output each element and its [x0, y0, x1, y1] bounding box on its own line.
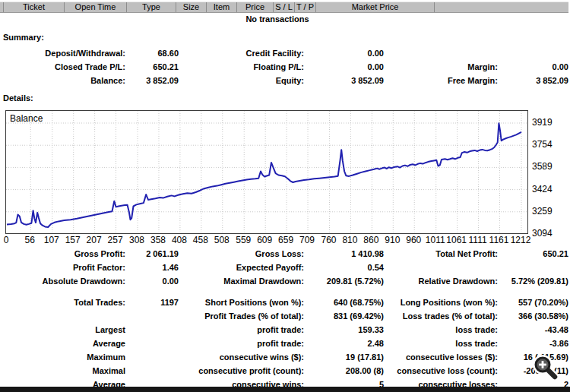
- x-axis-label: 358: [150, 235, 166, 245]
- y-axis-label: 3919: [532, 117, 553, 128]
- details-value: [498, 261, 568, 274]
- x-axis-label: 1161: [489, 235, 509, 245]
- details-grid: Gross Profit:2 061.19Gross Loss:1 410.98…: [0, 247, 568, 391]
- x-axis-label: 1212: [511, 235, 531, 245]
- details-label: Average: [0, 337, 125, 350]
- summary-label: Margin:: [384, 60, 498, 74]
- details-value: 209.81 (5.72%): [304, 274, 384, 288]
- column-header-item[interactable]: Item: [207, 2, 237, 12]
- details-label: [384, 261, 498, 274]
- summary-value: [498, 46, 568, 60]
- x-axis-label: 1011: [426, 235, 445, 245]
- x-axis-label: 709: [299, 235, 315, 245]
- y-axis-label: 3424: [532, 184, 553, 194]
- column-header-filler: [435, 2, 568, 12]
- details-label: profit trade:: [179, 323, 304, 337]
- details-value: 650.21: [498, 247, 568, 261]
- details-label: Short Positions (won %):: [179, 296, 304, 309]
- details-value: 1197: [125, 296, 179, 309]
- details-value: 0.00: [125, 274, 179, 288]
- summary-value: 0.00: [304, 60, 384, 74]
- x-axis-label: 810: [342, 235, 357, 245]
- column-header-market-price[interactable]: Market Price: [316, 2, 435, 12]
- y-axis-label: 3754: [532, 139, 553, 150]
- history-table-header: TicketOpen TimeTypeSizeItemPriceS / LT /…: [0, 2, 568, 13]
- x-axis-label: 207: [87, 235, 102, 245]
- column-header-type[interactable]: Type: [127, 2, 176, 12]
- x-axis-label: 308: [129, 235, 144, 245]
- details-row: Averageprofit trade:2.48loss trade:-3.86: [0, 337, 568, 350]
- x-axis-label: 408: [172, 235, 187, 245]
- details-label: Long Positions (won %):: [384, 296, 498, 309]
- details-value: 557 (70.20%): [498, 296, 568, 309]
- y-axis-label: 3094: [532, 228, 553, 239]
- details-label: consecutive loss (count):: [384, 364, 498, 378]
- x-axis-label: 1061: [446, 235, 467, 245]
- details-label: Gross Loss:: [179, 247, 304, 261]
- details-value: 366 (30.58%): [498, 309, 568, 323]
- details-heading: Details:: [3, 93, 33, 103]
- details-value: -43.48: [498, 323, 568, 337]
- details-row: Profit Trades (% of total):831 (69.42%)L…: [0, 309, 568, 323]
- details-label: Loss trades (% of total):: [384, 309, 498, 323]
- x-axis-label: 508: [214, 235, 230, 245]
- details-value: 2 061.19: [125, 247, 179, 261]
- details-label: loss trade:: [384, 337, 498, 350]
- bottom-bar: [0, 387, 570, 392]
- details-value: 208.00 (8): [304, 364, 384, 378]
- details-row: Largestprofit trade:159.33loss trade:-43…: [0, 323, 568, 337]
- details-label: consecutive wins ($):: [179, 350, 304, 364]
- x-axis-label: 559: [236, 235, 251, 245]
- x-axis-label: 257: [108, 235, 123, 245]
- summary-row: Deposit/Withdrawal:68.60Credit Facility:…: [0, 46, 568, 60]
- details-row: Total Trades:1197Short Positions (won %)…: [0, 296, 568, 309]
- summary-label: Floating P/L:: [179, 60, 304, 74]
- x-axis-label: 458: [193, 235, 208, 245]
- details-label: Largest: [0, 323, 125, 337]
- details-value: [125, 350, 179, 364]
- x-axis-label: 0: [4, 235, 9, 245]
- column-header-t-p[interactable]: T / P: [295, 2, 316, 12]
- details-label: consecutive profit (count):: [179, 364, 304, 378]
- details-label: Maximal: [0, 364, 125, 378]
- x-axis-label: 1111: [469, 235, 487, 245]
- balance-chart: Balance: [5, 110, 528, 234]
- details-value: 2.48: [304, 337, 384, 350]
- details-value: 1 410.98: [304, 247, 384, 261]
- x-axis-label: 157: [65, 235, 81, 245]
- details-value: 19 (17.81): [304, 350, 384, 364]
- summary-row: Balance:3 852.09Equity:3 852.09Free Marg…: [0, 74, 568, 87]
- x-axis-label: 960: [406, 235, 421, 245]
- details-label: Total Net Profit:: [384, 247, 498, 261]
- details-label: profit trade:: [179, 337, 304, 350]
- details-value: 159.33: [304, 323, 384, 337]
- column-header-s-l[interactable]: S / L: [274, 2, 295, 12]
- summary-label: Free Margin:: [384, 74, 498, 87]
- details-row: Maximalconsecutive profit (count):208.00…: [0, 364, 568, 378]
- summary-value: 0.00: [498, 60, 568, 74]
- x-axis-label: 760: [321, 235, 337, 245]
- column-header-price[interactable]: Price: [237, 2, 274, 12]
- y-axis-label: 3259: [532, 206, 553, 217]
- details-label: Gross Profit:: [0, 247, 125, 261]
- summary-label: [384, 46, 498, 60]
- summary-label: Equity:: [179, 74, 304, 87]
- details-label: Absolute Drawdown:: [0, 274, 125, 288]
- details-label: Maximum: [0, 350, 125, 364]
- summary-grid: Deposit/Withdrawal:68.60Credit Facility:…: [0, 46, 568, 87]
- column-header-size[interactable]: Size: [176, 2, 207, 12]
- details-label: Profit Factor:: [0, 261, 125, 274]
- chart-canvas: [6, 111, 527, 233]
- column-header-open-time[interactable]: Open Time: [65, 2, 127, 12]
- summary-value: 3 852.09: [498, 74, 568, 87]
- x-axis-label: 609: [257, 235, 272, 245]
- column-header-ticket[interactable]: Ticket: [4, 2, 65, 12]
- details-value: [125, 323, 179, 337]
- account-history-report: TicketOpen TimeTypeSizeItemPriceS / LT /…: [0, 0, 570, 392]
- y-axis-label: 3589: [532, 161, 553, 172]
- details-label: Expected Payoff:: [179, 261, 304, 274]
- x-axis-label: 910: [385, 235, 400, 245]
- balance-series-label: Balance: [10, 113, 43, 124]
- details-label: Relative Drawdown:: [384, 274, 498, 288]
- details-row: Profit Factor:1.46Expected Payoff:0.54: [0, 261, 568, 274]
